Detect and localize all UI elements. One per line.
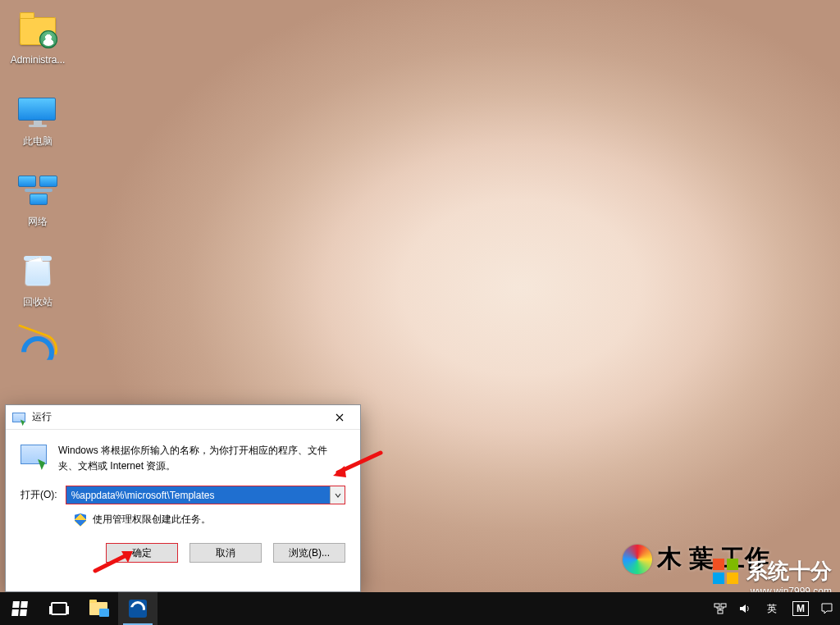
- svg-rect-4: [714, 604, 719, 607]
- internet-explorer-icon: [18, 333, 57, 372]
- open-input[interactable]: [66, 486, 330, 504]
- taskbar-app-explorer[interactable]: [79, 592, 118, 625]
- watermark-brand: 系统十分: [713, 557, 832, 586]
- open-combobox[interactable]: [66, 486, 345, 504]
- taskbar-app-edge[interactable]: [118, 592, 158, 625]
- tray-ime-mode[interactable]: M: [792, 601, 809, 616]
- task-view-icon: [51, 602, 67, 615]
- admin-note: 使用管理权限创建此任务。: [93, 513, 211, 527]
- speaker-icon: [738, 602, 751, 615]
- run-icon: [21, 443, 47, 469]
- run-title: 运行: [32, 410, 321, 424]
- open-dropdown-button[interactable]: [330, 486, 345, 504]
- run-description: Windows 将根据你所输入的名称，为你打开相应的程序、文件夹、文档或 Int…: [58, 443, 345, 474]
- tray-action-center[interactable]: [820, 592, 833, 625]
- windows-logo-icon: [11, 601, 28, 616]
- ok-button[interactable]: 确定: [106, 543, 178, 563]
- desktop-icon-recycle-bin[interactable]: 回收站: [7, 253, 69, 309]
- action-center-icon: [820, 602, 833, 615]
- chevron-down-icon: [335, 492, 341, 499]
- tray-network[interactable]: [714, 592, 727, 625]
- close-button[interactable]: [321, 406, 358, 429]
- admin-note-row: 使用管理权限创建此任务。: [75, 513, 345, 527]
- desktop-icon-network[interactable]: 网络: [7, 172, 69, 229]
- desktop-icon-label: 此电脑: [7, 135, 69, 148]
- this-pc-icon: [18, 92, 57, 131]
- start-button[interactable]: [0, 592, 39, 625]
- desktop-icon-label: 回收站: [7, 295, 69, 309]
- edge-icon: [129, 600, 147, 618]
- desktop-icon-ie[interactable]: [7, 333, 69, 376]
- close-icon: [336, 413, 344, 422]
- run-dialog: 运行 Windows 将根据你所输入的名称，为你打开相应的程序、文件夹、文档或 …: [5, 404, 361, 592]
- recycle-bin-icon: [18, 253, 57, 292]
- svg-rect-6: [718, 610, 723, 614]
- svg-rect-5: [721, 604, 726, 607]
- browse-button[interactable]: 浏览(B)...: [273, 543, 345, 563]
- watermark-brand-text: 系统十分: [746, 557, 832, 586]
- desktop: Administra... 此电脑 网络 回收站 运行: [0, 0, 840, 625]
- taskbar: 英 M: [0, 592, 840, 625]
- shield-icon: [75, 513, 86, 527]
- microsoft-logo-icon: [713, 559, 738, 584]
- desktop-icon-label: 网络: [7, 215, 69, 229]
- cancel-button[interactable]: 取消: [189, 543, 262, 563]
- file-explorer-icon: [89, 602, 107, 615]
- network-icon: [18, 172, 57, 212]
- desktop-icon-administrator[interactable]: Administra...: [7, 11, 69, 66]
- run-icon: [12, 411, 25, 424]
- run-titlebar[interactable]: 运行: [6, 405, 360, 430]
- desktop-icon-this-pc[interactable]: 此电脑: [7, 92, 69, 148]
- folder-user-icon: [18, 11, 57, 51]
- tray-ime-lang[interactable]: 英: [763, 592, 781, 625]
- desktop-icon-label: Administra...: [7, 54, 69, 66]
- system-tray: 英 M: [714, 592, 840, 625]
- network-tray-icon: [714, 602, 727, 615]
- open-label: 打开(O):: [21, 488, 57, 502]
- task-view-button[interactable]: [39, 592, 79, 625]
- tray-volume[interactable]: [738, 592, 751, 625]
- swirl-icon: [623, 545, 652, 574]
